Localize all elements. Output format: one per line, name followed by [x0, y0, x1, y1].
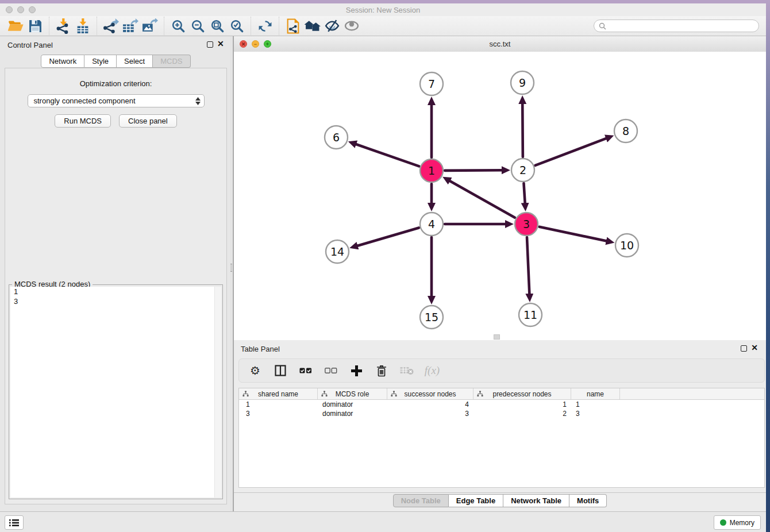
column-header-label: shared name — [258, 390, 298, 398]
delete-table-icon[interactable] — [400, 364, 414, 377]
table-header-row: shared nameMCDS rolesuccessor nodesprede… — [239, 388, 764, 400]
application-window: Session: New Session — [0, 0, 770, 532]
table-cell: dominator — [318, 400, 387, 408]
graph-node-15[interactable]: 15 — [420, 306, 443, 329]
graph-node-3[interactable]: 3 — [515, 213, 538, 236]
export-network-icon[interactable] — [101, 17, 121, 34]
add-column-icon[interactable] — [349, 364, 363, 377]
column-header-predecessor-nodes[interactable]: predecessor nodes — [473, 388, 571, 399]
graph-node-8[interactable]: 8 — [614, 119, 637, 142]
toolbar-separator — [49, 17, 49, 35]
graph-node-11[interactable]: 11 — [519, 303, 542, 326]
column-header-label: MCDS role — [336, 390, 369, 398]
dropdown-stepper-icon — [195, 97, 201, 105]
table-cell: 1 — [571, 400, 620, 408]
graph-node-label: 9 — [519, 76, 526, 89]
graph-node-4[interactable]: 4 — [420, 213, 443, 236]
graph-edge-3-11[interactable] — [527, 237, 529, 295]
network-hscrollbar-stub[interactable] — [494, 334, 500, 340]
close-panel-icon[interactable]: ✕ — [217, 41, 224, 47]
graph-edge-4-14[interactable] — [357, 228, 419, 246]
tab-mcds[interactable]: MCDS — [153, 55, 190, 68]
table-row[interactable]: 3dominator323 — [239, 409, 764, 418]
graph-edge-1-2[interactable] — [445, 170, 503, 171]
task-history-button[interactable] — [5, 515, 24, 530]
tab-edge-table[interactable]: Edge Table — [449, 494, 503, 507]
table-cell: 2 — [473, 410, 571, 418]
column-header-shared-name[interactable]: shared name — [239, 388, 318, 399]
graph-node-9[interactable]: 9 — [511, 71, 534, 94]
zoom-selected-icon[interactable] — [227, 17, 247, 34]
mcds-result-scrollbar[interactable] — [214, 287, 221, 498]
graph-edge-2-3[interactable] — [523, 183, 525, 204]
column-header-MCDS-role[interactable]: MCDS role — [318, 388, 387, 399]
table-panel-divider — [234, 492, 766, 493]
show-panel-eye-icon[interactable] — [342, 17, 361, 34]
search-input[interactable] — [609, 21, 759, 30]
graph-edge-1-6[interactable] — [355, 144, 419, 167]
memory-button[interactable]: Memory — [714, 515, 761, 530]
graph-node-6[interactable]: 6 — [325, 126, 348, 149]
graph-node-1[interactable]: 1 — [420, 159, 443, 182]
search-box — [594, 20, 759, 32]
graph-node-label: 4 — [428, 218, 435, 230]
tab-network-table[interactable]: Network Table — [503, 494, 569, 507]
run-mcds-button[interactable]: Run MCDS — [55, 114, 111, 128]
settings-icon[interactable]: ⚙ — [248, 364, 262, 377]
network-window-titlebar: ✕ − + scc.txt — [234, 36, 766, 52]
mcds-result-list[interactable]: 13 — [10, 287, 221, 498]
table-cell: 3 — [239, 410, 318, 418]
graph-edge-3-10[interactable] — [540, 227, 607, 241]
desktop-wallpaper-right — [766, 0, 770, 532]
graph-node-2[interactable]: 2 — [511, 159, 534, 182]
close-panel-button[interactable]: Close panel — [119, 114, 177, 128]
export-table-icon[interactable] — [121, 17, 140, 34]
column-header-successor-nodes[interactable]: successor nodes — [387, 388, 473, 399]
hide-panel-eye-icon[interactable] — [322, 17, 342, 34]
open-session-icon[interactable] — [6, 17, 25, 34]
dropdown-selected-value: strongly connected component — [34, 97, 136, 105]
toolbar-separator — [279, 17, 279, 35]
column-header-name[interactable]: name — [571, 388, 620, 399]
save-session-icon[interactable] — [25, 17, 45, 34]
table-close-panel-icon[interactable]: ✕ — [751, 345, 758, 351]
splitter-grip[interactable] — [230, 264, 232, 272]
graph-node-7[interactable]: 7 — [420, 72, 443, 95]
tab-node-table[interactable]: Node Table — [393, 494, 449, 507]
table-cell: 1 — [473, 400, 571, 408]
table-cell: dominator — [318, 410, 387, 418]
main-toolbar — [0, 16, 766, 36]
import-table-icon[interactable] — [73, 17, 93, 34]
tab-network[interactable]: Network — [41, 55, 84, 68]
table-row[interactable]: 1dominator411 — [239, 400, 764, 409]
tab-motifs[interactable]: Motifs — [569, 494, 607, 507]
float-panel-icon[interactable] — [207, 41, 213, 48]
tab-select[interactable]: Select — [117, 55, 153, 68]
delete-column-icon[interactable] — [375, 364, 388, 377]
zoom-fit-icon[interactable] — [207, 17, 227, 34]
home-icon[interactable] — [303, 17, 322, 34]
graph-edge-2-9[interactable] — [522, 103, 523, 157]
table-float-panel-icon[interactable] — [741, 345, 747, 352]
split-view-icon[interactable] — [274, 364, 287, 377]
graph-edge-3-1[interactable] — [449, 180, 514, 218]
mcds-result-line: 1 — [10, 287, 221, 296]
select-all-columns-icon[interactable] — [299, 364, 313, 377]
control-panel-tabs: NetworkStyleSelectMCDS — [0, 55, 232, 68]
tab-style[interactable]: Style — [84, 55, 117, 68]
optimization-criterion-select[interactable]: strongly connected component — [28, 94, 205, 107]
deselect-all-columns-icon[interactable] — [324, 364, 338, 377]
network-file-icon[interactable] — [283, 17, 303, 34]
toolbar-separator — [164, 17, 164, 35]
zoom-out-icon[interactable] — [188, 17, 207, 34]
graph-node-10[interactable]: 10 — [615, 234, 638, 257]
zoom-in-icon[interactable] — [168, 17, 188, 34]
network-canvas[interactable]: 7968124314101511 — [234, 52, 766, 340]
export-image-icon[interactable] — [140, 17, 160, 34]
import-network-icon[interactable] — [53, 17, 73, 34]
refresh-icon[interactable] — [255, 17, 275, 34]
function-builder-icon[interactable]: f(x) — [425, 364, 439, 377]
graph-edge-2-8[interactable] — [536, 138, 607, 165]
status-bar: Memory — [0, 511, 766, 532]
graph-node-14[interactable]: 14 — [326, 240, 349, 263]
